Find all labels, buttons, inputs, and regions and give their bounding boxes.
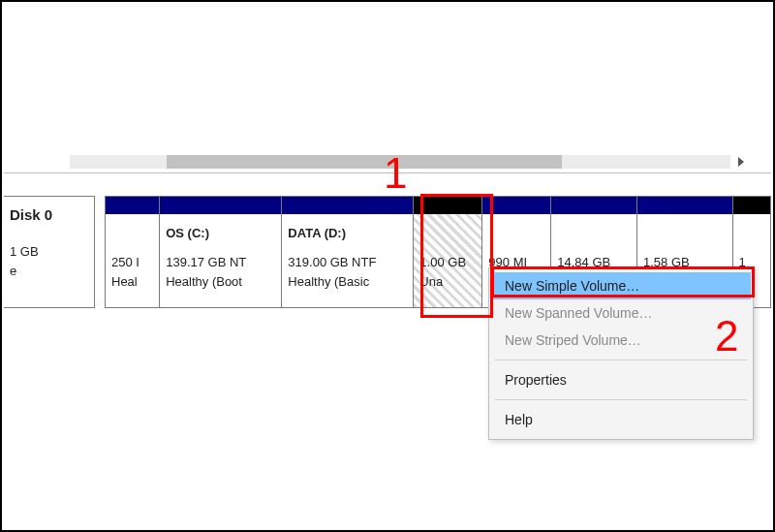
volume-name: OS (C:) <box>166 224 275 243</box>
volume-header-bar <box>637 197 732 214</box>
volume-status: Healthy (Basic <box>288 272 407 292</box>
volume-name: DATA (D:) <box>288 224 407 243</box>
menu-item[interactable]: Properties <box>491 366 751 393</box>
volume-status: Una <box>419 272 476 292</box>
volume-header-bar <box>282 197 413 214</box>
volume-size: 250 I <box>111 253 153 272</box>
scroll-right-button[interactable] <box>732 153 750 171</box>
context-menu: New Simple Volume…New Spanned Volume…New… <box>488 267 754 440</box>
menu-item: New Spanned Volume… <box>491 299 751 327</box>
volume-partition[interactable]: 250 IHeal <box>105 196 160 308</box>
menu-divider <box>495 399 747 400</box>
volume-partition[interactable]: OS (C:)139.17 GB NTHealthy (Boot <box>160 196 282 308</box>
volume-status: Heal <box>111 272 153 292</box>
volume-header-bar <box>106 197 159 214</box>
volume-unallocated[interactable]: 1.00 GBUna <box>414 196 482 308</box>
menu-item[interactable]: Help <box>491 406 751 433</box>
volume-header-bar <box>414 197 481 214</box>
volume-header-bar <box>733 197 770 214</box>
menu-item: New Striped Volume… <box>491 327 751 354</box>
menu-item[interactable]: New Simple Volume… <box>491 272 751 299</box>
volume-header-bar <box>160 197 281 214</box>
volume-status: Healthy (Boot <box>166 272 275 292</box>
volume-header-bar <box>482 197 550 214</box>
volume-size: 319.00 GB NTF <box>288 253 407 272</box>
volume-partition[interactable]: DATA (D:)319.00 GB NTFHealthy (Basic <box>282 196 414 308</box>
volume-size: 139.17 GB NT <box>166 253 275 272</box>
volume-size: 1.00 GB <box>419 253 476 272</box>
disk-status: e <box>10 262 86 281</box>
disk-title: Disk 0 <box>10 206 86 223</box>
disk-info-panel[interactable]: Disk 0 1 GB e <box>4 196 95 308</box>
menu-divider <box>495 360 747 360</box>
horizontal-scrollbar[interactable] <box>14 153 756 171</box>
disk-capacity: 1 GB <box>10 242 86 262</box>
separator <box>4 172 771 173</box>
scrollbar-thumb[interactable] <box>167 155 562 169</box>
volume-header-bar <box>551 197 636 214</box>
